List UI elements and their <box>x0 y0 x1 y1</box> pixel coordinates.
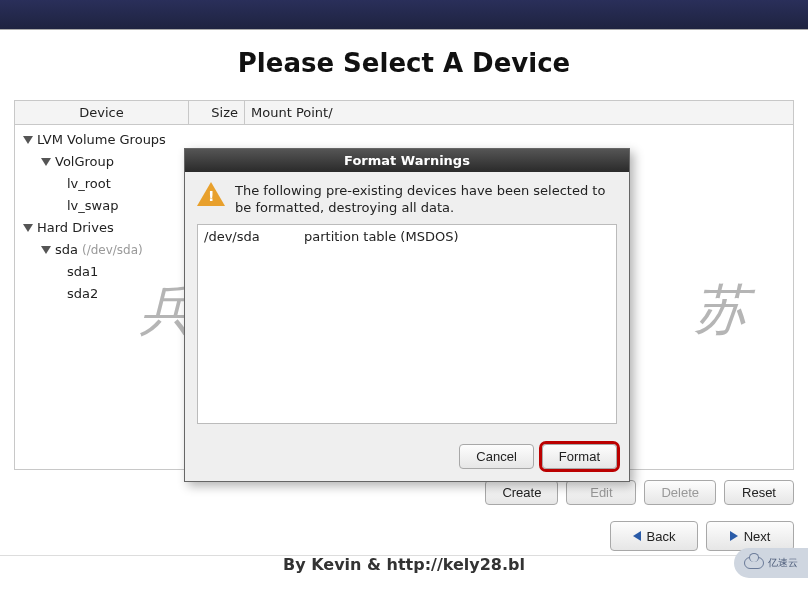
edit-button: Edit <box>566 480 636 505</box>
tree-label: lv_swap <box>67 195 118 217</box>
chevron-down-icon <box>23 224 33 232</box>
cancel-button[interactable]: Cancel <box>459 444 533 469</box>
format-button[interactable]: Format <box>542 444 617 469</box>
tree-label: sda <box>55 239 78 261</box>
credit-text: By Kevin & http://kely28.bl <box>0 555 808 574</box>
arrow-left-icon <box>633 531 641 541</box>
back-label: Back <box>647 529 676 544</box>
next-label: Next <box>744 529 771 544</box>
dialog-message: The following pre-existing devices have … <box>235 182 617 216</box>
dialog-body: The following pre-existing devices have … <box>185 172 629 444</box>
chevron-down-icon <box>41 246 51 254</box>
tree-label: VolGroup <box>55 151 114 173</box>
arrow-right-icon <box>730 531 738 541</box>
warning-icon <box>197 182 225 216</box>
tree-label: sda1 <box>67 261 98 283</box>
column-headers: Device Size Mount Point/ <box>15 101 793 125</box>
create-button[interactable]: Create <box>485 480 558 505</box>
tree-sda-path: (/dev/sda) <box>82 239 143 261</box>
dialog-device-list: /dev/sda partition table (MSDOS) <box>197 224 617 424</box>
format-warnings-dialog: Format Warnings The following pre-existi… <box>184 148 630 482</box>
chevron-down-icon <box>41 158 51 166</box>
tree-label: Hard Drives <box>37 217 114 239</box>
list-desc: partition table (MSDOS) <box>304 229 458 244</box>
nav-row: Back Next <box>0 515 808 551</box>
chevron-down-icon <box>23 136 33 144</box>
delete-button: Delete <box>644 480 716 505</box>
col-device[interactable]: Device <box>15 101 189 124</box>
col-size[interactable]: Size <box>189 101 245 124</box>
page: Please Select A Device Device Size Mount… <box>0 30 808 610</box>
next-button[interactable]: Next <box>706 521 794 551</box>
top-bar <box>0 0 808 30</box>
dialog-warning-row: The following pre-existing devices have … <box>197 182 617 216</box>
tree-label: lv_root <box>67 173 111 195</box>
reset-button[interactable]: Reset <box>724 480 794 505</box>
tree-label: LVM Volume Groups <box>37 129 166 151</box>
tree-label: sda2 <box>67 283 98 305</box>
list-item[interactable]: /dev/sda partition table (MSDOS) <box>204 229 610 244</box>
list-dev: /dev/sda <box>204 229 304 244</box>
col-mount[interactable]: Mount Point/ <box>245 101 793 124</box>
dialog-title: Format Warnings <box>185 149 629 172</box>
page-title: Please Select A Device <box>0 30 808 100</box>
dialog-actions: Cancel Format <box>185 444 629 481</box>
back-button[interactable]: Back <box>610 521 698 551</box>
